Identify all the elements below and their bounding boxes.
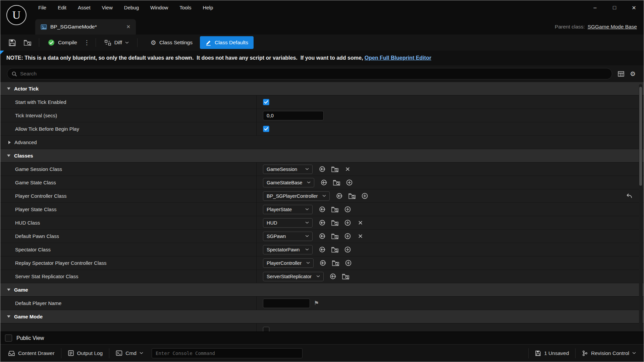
clear-icon[interactable] <box>356 218 365 228</box>
property-label: Default Pawn Class <box>0 230 257 243</box>
menu-asset[interactable]: Asset <box>72 0 96 15</box>
tab-close-icon[interactable]: ✕ <box>126 24 130 30</box>
compile-button[interactable]: Compile <box>44 36 81 49</box>
section-title: Classes <box>14 153 33 159</box>
minimize-icon[interactable]: – <box>585 0 605 15</box>
menu-view[interactable]: View <box>96 0 118 15</box>
search-input[interactable]: Search <box>7 68 612 79</box>
close-icon[interactable]: ✕ <box>624 0 644 15</box>
scrollbar-thumb[interactable] <box>639 87 642 186</box>
plus-icon[interactable] <box>343 218 352 228</box>
use-selected-icon[interactable] <box>334 191 344 201</box>
browse-icon[interactable] <box>330 205 339 214</box>
plus-icon[interactable] <box>343 232 352 241</box>
item-checkbox[interactable] <box>263 327 269 331</box>
content-drawer-icon <box>8 350 15 356</box>
browse-icon[interactable] <box>331 258 340 268</box>
browse-icon[interactable] <box>347 191 357 201</box>
plus-icon[interactable] <box>360 191 369 201</box>
save-button[interactable] <box>5 36 19 49</box>
spectator-class-dropdown[interactable]: SpectatorPawn <box>263 245 313 254</box>
server-stat-replicator-class-dropdown[interactable]: ServerStatReplicator <box>263 272 324 281</box>
clear-icon[interactable] <box>356 232 365 241</box>
revision-control-button[interactable]: Revision Control <box>578 347 640 360</box>
section-header-game[interactable]: Game <box>0 283 644 297</box>
compile-options-kebab-icon[interactable]: ⋮ <box>83 36 91 49</box>
console-command-input[interactable]: Enter Console Command <box>152 348 303 358</box>
plus-icon[interactable] <box>343 245 352 254</box>
content-drawer-button[interactable]: Content Drawer <box>4 347 59 360</box>
unsaved-assets-button[interactable]: 1 Unsaved <box>531 347 573 360</box>
plus-icon[interactable] <box>344 178 354 187</box>
class-defaults-label: Class Defaults <box>215 40 248 46</box>
section-header-game-mode[interactable]: Game Mode <box>0 310 644 323</box>
replay-spectator-player-controller-class-dropdown[interactable]: PlayerController <box>263 258 314 268</box>
chevron-expanded-icon <box>7 87 10 90</box>
section-header-classes[interactable]: Classes <box>0 149 644 163</box>
use-selected-icon[interactable] <box>317 165 327 174</box>
chevron-expanded-icon <box>7 155 10 157</box>
menu-window[interactable]: Window <box>145 0 174 15</box>
use-selected-icon[interactable] <box>317 245 327 254</box>
use-selected-icon[interactable] <box>317 218 327 228</box>
plus-icon[interactable] <box>344 258 353 268</box>
tab-bp-sggamemode[interactable]: BP_SGGameMode* ✕ <box>35 19 136 35</box>
clear-icon[interactable] <box>343 165 352 174</box>
parent-class-link[interactable]: SGGame Mode Base <box>588 24 637 29</box>
output-log-button[interactable]: Output Log <box>63 347 107 360</box>
diff-button[interactable]: Diff <box>100 36 133 49</box>
data-only-note-bar: NOTE: This is a data only blueprint, so … <box>0 51 644 65</box>
chevron-expanded-icon <box>7 289 10 291</box>
player-controller-class-dropdown[interactable]: BP_SGPlayerController <box>263 191 330 201</box>
tick-interval-secs-input[interactable]: 0,0 <box>263 111 324 120</box>
menu-help[interactable]: Help <box>197 0 219 15</box>
menu-bar: File Edit Asset View Debug Window Tools … <box>0 0 644 15</box>
property-value: GameSession <box>257 163 644 176</box>
browse-icon[interactable] <box>330 165 339 174</box>
category-advanced[interactable]: Advanced <box>0 136 644 149</box>
menu-edit[interactable]: Edit <box>52 0 72 15</box>
selected-class-value: GameSession <box>267 167 297 172</box>
default-pawn-class-dropdown[interactable]: SGPawn <box>263 232 313 241</box>
public-view-checkbox[interactable] <box>5 335 12 342</box>
menu-debug[interactable]: Debug <box>118 0 145 15</box>
hud-class-dropdown[interactable]: HUD <box>263 218 313 228</box>
plus-icon[interactable] <box>343 205 352 214</box>
revert-to-default-icon[interactable] <box>626 193 632 199</box>
use-selected-icon[interactable] <box>328 272 338 281</box>
property-label: Game State Class <box>0 176 257 189</box>
display-filter-table-icon[interactable] <box>618 71 624 77</box>
details-settings-gear-icon[interactable]: ⚙ <box>630 71 636 77</box>
cmd-dropdown-button[interactable]: Cmd <box>111 347 148 360</box>
chevron-down-icon <box>140 352 143 354</box>
maximize-icon[interactable]: □ <box>605 0 624 15</box>
menu-tools[interactable]: Tools <box>174 0 197 15</box>
scrollbar[interactable] <box>639 84 642 329</box>
use-selected-icon[interactable] <box>319 178 328 187</box>
class-settings-button[interactable]: ⚙ Class Settings <box>147 36 197 49</box>
unreal-engine-logo-icon[interactable]: U <box>6 4 27 26</box>
start-with-tick-enabled-checkbox[interactable] <box>263 99 269 105</box>
selected-class-value: SpectatorPawn <box>267 247 300 252</box>
property-label: Allow Tick Before Begin Play <box>0 122 257 135</box>
use-selected-icon[interactable] <box>318 258 328 268</box>
allow-tick-before-begin-play-checkbox[interactable] <box>263 126 269 132</box>
section-header-actor-tick[interactable]: Actor Tick <box>0 82 644 96</box>
open-full-blueprint-editor-link[interactable]: Open Full Blueprint Editor <box>365 55 431 61</box>
browse-icon[interactable] <box>330 232 339 241</box>
browse-icon[interactable] <box>332 178 341 187</box>
browse-icon[interactable] <box>341 272 351 281</box>
game-session-class-dropdown[interactable]: GameSession <box>263 165 313 174</box>
game-state-class-dropdown[interactable]: GameStateBase <box>263 178 314 187</box>
browse-to-asset-button[interactable] <box>20 36 35 49</box>
use-selected-icon[interactable] <box>317 205 327 214</box>
use-selected-icon[interactable] <box>317 232 327 241</box>
flag-icon[interactable]: ⚑ <box>314 300 319 306</box>
property-row: Spectator ClassSpectatorPawn <box>0 243 644 256</box>
default-player-name-input[interactable] <box>263 299 310 308</box>
menu-file[interactable]: File <box>33 0 52 15</box>
browse-icon[interactable] <box>330 218 339 228</box>
player-state-class-dropdown[interactable]: PlayerState <box>263 205 313 214</box>
browse-icon[interactable] <box>330 245 339 254</box>
class-defaults-button[interactable]: Class Defaults <box>200 36 254 49</box>
